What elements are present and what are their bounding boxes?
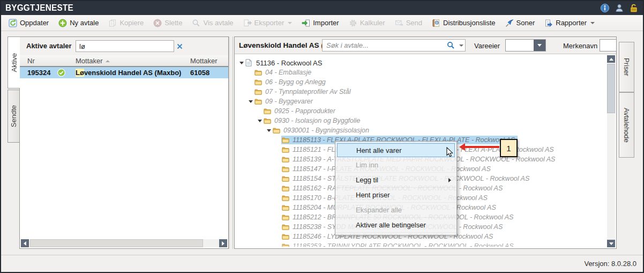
toolbar-button-rapporter[interactable]: Rapporter [540,17,600,29]
tree-node-content: 04 - Emballasje [254,68,314,77]
tree-node[interactable]: 0930001 - Bygningsisolasjon [235,126,616,135]
agreements-column-header: Nr Mottaker Mottaker [20,55,228,67]
info-icon[interactable] [600,3,610,13]
tab-priser[interactable]: Priser [619,42,634,92]
folder-icon [282,233,290,240]
tree-node-label: 0925 - Papprodukter [274,107,335,115]
tree-node-content: 0930001 - Bygningsisolasjon [272,126,372,135]
tree-node-content: 0930 - Isolasjon og Byggfolie [263,116,363,125]
pin-icon [505,19,514,27]
toolbar-label-soner: Soner [516,19,535,27]
column-mottaker-nr[interactable]: Mottaker [190,57,218,65]
tree-expander-icon[interactable] [238,62,245,64]
toolbar: OppdaterNy avtaleKopiereSletteVis avtale… [1,15,643,31]
toolbar-button-oppdater[interactable]: Oppdater [4,17,54,29]
context-menu-label: Aktiver alle betingelser [356,221,426,229]
tree-expander-icon[interactable] [265,129,272,132]
search-options-icon[interactable] [456,45,465,47]
add-icon [58,19,67,27]
tab-sendte-label: Sendte [10,105,18,127]
toolbar-label-kalkuler: Kalkuler [360,19,385,27]
import-icon [302,19,310,27]
tree-node[interactable]: 11185253 - TRINNLYDPLATE ROCKWOOL - ROCK… [235,241,616,248]
toolbar-button-distribusjonsliste[interactable]: Distribusjonsliste [427,17,500,29]
tree-node[interactable]: 07 - Tynnplateprofiler Av Stål [235,87,616,97]
toolbar-button-ny-avtale[interactable]: Ny avtale [54,17,103,29]
horizontal-scrollbar[interactable] [21,239,227,247]
context-menu-label: Ekspander alle [356,206,402,214]
column-nr[interactable]: Nr [27,57,35,65]
app-window: BYGGTJENESTE OppdaterNy avtaleKopiereSle… [0,0,644,273]
context-menu: Hent alle varerLim innLegg tilHent prise… [335,141,457,235]
folder-icon [273,127,281,134]
app-title: BYGGTJENESTE [5,3,73,13]
scroll-down-button[interactable] [607,240,615,247]
send-icon [395,19,403,27]
copy-icon [108,19,117,27]
search-icon[interactable] [447,41,456,49]
context-menu-item-hent-alle-varer[interactable]: Hent alle varer [337,143,455,157]
tree-node[interactable]: 0925 - Papprodukter [235,106,616,116]
vertical-scroll-thumb[interactable] [607,64,615,113]
tab-sendte[interactable]: Sendte [8,90,19,143]
document-icon [245,59,254,67]
agreement-row-selected[interactable]: 195324 Løvenskiold Handel AS (Maxbo) 610… [20,67,228,78]
tree-node[interactable]: 51136 - Rockwool AS [235,58,616,68]
main-content: Aktive Sendte Aktive avtaler Nr Mottaker… [1,31,643,255]
tree-node-label: 06 - Bygg og Anlegg [265,78,326,86]
tree-node[interactable]: 0930 - Isolasjon og Byggfolie [235,116,616,126]
tree-node-content: 07 - Tynnplateprofiler Av Stål [254,87,354,96]
toolbar-label-distribusjonsliste: Distribusjonsliste [443,19,496,27]
tree-node-label: 07 - Tynnplateprofiler Av Stål [265,88,351,95]
scroll-left-button[interactable] [21,239,29,247]
folder-icon [254,79,263,85]
tree-node[interactable]: 04 - Emballasje [235,68,616,77]
toolbar-button-kalkuler: Kalkuler [344,17,390,29]
annotation-arrow [465,146,499,148]
folder-icon [254,98,263,105]
clear-search-icon[interactable] [177,43,183,49]
toolbar-button-importer[interactable]: Importer [297,17,343,29]
tree-expander-icon[interactable] [247,100,254,103]
scroll-right-button[interactable] [219,239,227,247]
statusbar: Versjon: 8.0.28.0 [1,255,643,272]
tree-node[interactable]: 06 - Bygg og Anlegg [235,77,616,87]
dropdown-arrow-icon[interactable] [534,40,545,51]
tab-avtalehode[interactable]: Avtalehode [619,92,634,158]
context-menu-item-legg-til[interactable]: Legg til [335,173,456,188]
agreements-panel: Aktive avtaler Nr Mottaker Mottaker 1953… [19,36,229,249]
context-menu-label: Lim inn [356,161,378,169]
scroll-up-button[interactable] [607,55,615,63]
folder-icon [282,185,290,191]
vareeier-label: Vareeier [474,42,500,50]
toolbar-label-importer: Importer [313,19,339,27]
tree-expander-icon[interactable] [256,120,263,122]
horizontal-scroll-thumb[interactable] [30,239,203,247]
vertical-scrollbar[interactable] [607,55,615,247]
unlock-icon[interactable] [629,3,639,13]
folder-icon [282,146,290,153]
folder-icon [282,175,290,182]
context-menu-item-hent-priser[interactable]: Hent priser [335,188,456,203]
merkenavn-field [600,39,617,51]
toolbar-label-slette: Slette [164,19,182,27]
merkenavn-input[interactable] [600,40,617,51]
agreements-search-input[interactable] [76,42,177,50]
agreements-search-box [76,40,174,52]
export-icon [243,19,252,27]
tab-aktive[interactable]: Aktive [8,36,20,88]
user-icon[interactable] [615,3,624,13]
tree-node-content: 09 - Byggevarer [254,97,316,106]
panel-splitter[interactable] [229,36,233,249]
detail-search-input[interactable] [323,41,447,49]
column-mottaker[interactable]: Mottaker [76,57,110,65]
context-menu-item-lim-inn: Lim inn [335,158,456,173]
chevron-down-icon [590,22,595,24]
tab-avtalehode-label: Avtalehode [623,108,631,143]
vareeier-dropdown[interactable] [505,39,546,51]
agreement-name-rest: venskiold Handel AS (Maxbo) [84,69,182,77]
toolbar-button-soner[interactable]: Soner [500,17,540,29]
context-menu-item-aktiver-alle-betingelser[interactable]: Aktiver alle betingelser [335,218,456,233]
tree-node[interactable]: 09 - Byggevarer [235,97,616,106]
folder-icon [282,204,290,211]
